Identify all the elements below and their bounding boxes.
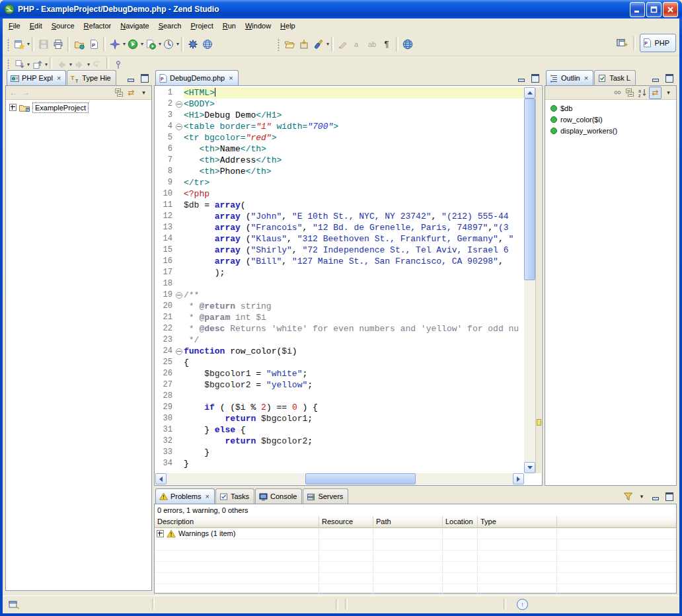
menu-edit[interactable]: Edit — [25, 20, 47, 32]
open-browser-button[interactable] — [400, 37, 415, 52]
link-with-editor-button[interactable]: ⇄ — [649, 87, 662, 99]
annotate-pencil-button[interactable] — [336, 37, 350, 52]
fold-collapse-icon[interactable] — [176, 348, 182, 355]
save-button[interactable] — [36, 37, 51, 52]
maximize-view-button[interactable] — [139, 73, 150, 83]
sort-button[interactable]: az — [636, 87, 648, 98]
link-with-editor-button[interactable]: ⇄ — [126, 87, 137, 98]
web-service-gear-button[interactable] — [186, 37, 200, 52]
fold-collapse-icon[interactable] — [176, 101, 182, 108]
code-line-1[interactable]: 1<HTML> — [155, 87, 524, 98]
scroll-left-button[interactable] — [155, 473, 167, 484]
menu-refactor[interactable]: Refactor — [79, 20, 116, 32]
code-line-33[interactable]: 33 } — [155, 447, 524, 458]
maximize-view-button[interactable] — [664, 492, 675, 501]
code-line-3[interactable]: 3<H1>Debug Demo</H1> — [155, 110, 524, 121]
tab-task-list[interactable]: Task L — [594, 70, 636, 85]
view-menu-icon[interactable]: ▾ — [138, 87, 149, 98]
scroll-up-button[interactable] — [524, 87, 535, 98]
code-line-2[interactable]: 2<BODY> — [155, 98, 524, 110]
code-line-28[interactable]: 28 — [155, 391, 524, 402]
outline-item[interactable]: $db — [545, 102, 676, 114]
code-line-31[interactable]: 31 } else { — [155, 424, 524, 436]
code-line-4[interactable]: 4<table border="1" width="700"> — [155, 121, 524, 132]
run-php-script-button[interactable] — [143, 37, 158, 52]
print-button[interactable] — [51, 37, 65, 52]
view-menu-icon[interactable]: ▾ — [663, 87, 674, 98]
minimize-view-button[interactable] — [650, 73, 661, 83]
horizontal-scroll-thumb[interactable] — [305, 473, 416, 484]
show-whitespace-button[interactable]: ¶ — [379, 37, 394, 52]
column-header-type[interactable]: Type — [478, 516, 557, 528]
expand-icon[interactable] — [9, 104, 17, 111]
warning-marker-icon[interactable] — [537, 419, 541, 426]
tab-console[interactable]: Console — [255, 488, 302, 504]
code-line-30[interactable]: 30 return $bgcolor1; — [155, 413, 524, 424]
scroll-down-button[interactable] — [524, 462, 535, 473]
filter-button[interactable] — [623, 492, 633, 501]
profile-button[interactable] — [161, 37, 176, 52]
tab-outline[interactable]: Outlin × — [546, 70, 593, 85]
code-line-16[interactable]: 16 array ("Bill", "127 Maine St., San Fr… — [155, 256, 524, 267]
editor-vertical-scrollbar[interactable] — [524, 87, 535, 473]
code-line-26[interactable]: 26 $bgcolor1 = "white"; — [155, 368, 524, 379]
run-button[interactable] — [126, 37, 140, 52]
minimize-view-button[interactable] — [126, 73, 136, 83]
code-line-20[interactable]: 20 * @return string — [155, 301, 524, 312]
new-php-file-button[interactable]: P — [87, 37, 101, 52]
tab-problems[interactable]: Problems × — [155, 488, 215, 504]
code-line-12[interactable]: 12 array ("John", "E 10th St., NYC, NY 2… — [155, 211, 524, 222]
code-line-8[interactable]: 8 <th>Phone</th> — [155, 166, 524, 177]
code-line-34[interactable]: 34} — [155, 458, 524, 469]
view-menu-button[interactable]: ▾ — [636, 492, 647, 501]
code-line-13[interactable]: 13 array ("Francois", "12 Bd. de Grenell… — [155, 222, 524, 233]
open-perspective-button[interactable] — [615, 36, 629, 50]
tab-close-icon[interactable]: × — [583, 75, 588, 82]
code-line-10[interactable]: 10<?php — [155, 188, 524, 200]
search-dropdown-icon[interactable]: ▾ — [326, 42, 329, 47]
collapse-all-button[interactable] — [624, 87, 635, 98]
code-line-7[interactable]: 7 <th>Address</th> — [155, 155, 524, 166]
maximize-window-button[interactable] — [646, 2, 662, 17]
tree-item-exampleproject[interactable]: P ExampleProject — [6, 102, 151, 113]
code-line-11[interactable]: 11$db = array( — [155, 200, 524, 211]
new-wizard-button[interactable] — [12, 37, 26, 52]
new-wizard-dropdown-icon[interactable]: ▾ — [27, 42, 30, 47]
menu-help[interactable]: Help — [276, 20, 300, 32]
tab-servers[interactable]: Servers — [303, 488, 348, 504]
code-line-15[interactable]: 15 array ("Shirly", "72 Independence St.… — [155, 245, 524, 256]
code-line-19[interactable]: 19/** — [155, 289, 524, 301]
column-header-resource[interactable]: Resource — [319, 516, 373, 528]
code-line-18[interactable]: 18 — [155, 278, 524, 289]
menu-run[interactable]: Run — [218, 20, 241, 32]
forward-button[interactable]: → — [20, 87, 32, 98]
vertical-scroll-thumb[interactable] — [524, 98, 535, 280]
code-line-22[interactable]: 22 * @desc Returns 'white' for even numb… — [155, 323, 524, 334]
outline-item[interactable]: display_workers() — [545, 125, 676, 136]
problems-row-warnings[interactable]: Warnings (1 item) — [155, 528, 676, 539]
fast-view-button[interactable] — [6, 599, 22, 611]
tab-debugdemo-php[interactable]: P DebugDemo.php × — [155, 70, 239, 85]
menu-source[interactable]: Source — [47, 20, 79, 32]
minimize-editor-button[interactable] — [516, 73, 527, 83]
code-line-21[interactable]: 21 * @param int $i — [155, 312, 524, 323]
code-line-14[interactable]: 14 array ("Klaus", "312 Beethoven St., F… — [155, 233, 524, 245]
maximize-editor-button[interactable] — [530, 73, 541, 83]
titlebar[interactable]: PHP - ExampleProject/DebugDemo.php - Zen… — [0, 0, 682, 19]
code-line-5[interactable]: 5<tr bgcolor="red"> — [155, 132, 524, 143]
code-line-6[interactable]: 6 <th>Name</th> — [155, 143, 524, 155]
format-text-button[interactable]: a — [350, 37, 365, 52]
scroll-right-button[interactable] — [513, 473, 524, 484]
column-header-path[interactable]: Path — [373, 516, 443, 528]
fold-collapse-icon[interactable] — [176, 292, 182, 299]
code-line-17[interactable]: 17 ); — [155, 267, 524, 278]
column-header-description[interactable]: Description — [155, 516, 319, 528]
collapse-all-button[interactable] — [113, 87, 124, 98]
expand-warnings-icon[interactable] — [157, 530, 164, 537]
menu-window[interactable]: Window — [241, 20, 276, 32]
code-line-24[interactable]: 24function row_color($i) — [155, 346, 524, 357]
code-line-25[interactable]: 25{ — [155, 357, 524, 368]
tab-close-icon[interactable]: × — [227, 75, 233, 82]
column-header-location[interactable]: Location — [443, 516, 478, 528]
outline-item[interactable]: row_color($i) — [545, 114, 676, 125]
